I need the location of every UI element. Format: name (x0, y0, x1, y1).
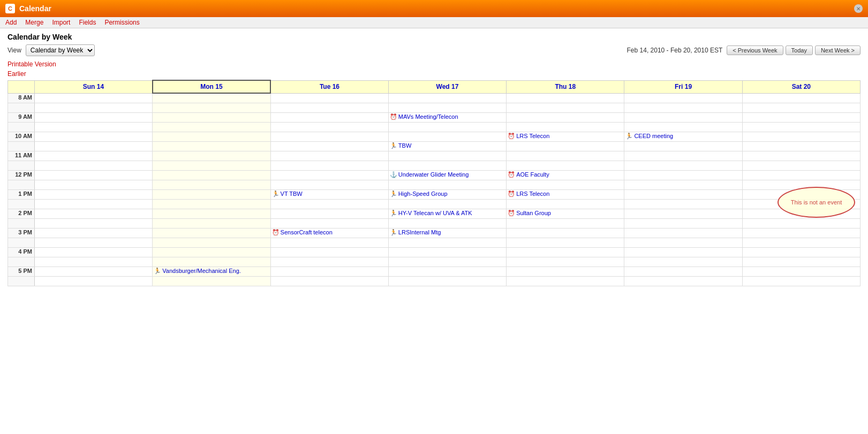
cell-thu-10am[interactable]: ⏰LRS Telecon (507, 132, 624, 141)
table-row: 3 PM ⏰SensorCraft telecon 🏃LRSInternal M… (8, 228, 861, 238)
day-header-mon: Mon 15 (153, 80, 270, 93)
table-row: 11 AM (8, 151, 861, 161)
day-link-wed[interactable]: Wed 17 (436, 83, 459, 90)
event-lrs-internal[interactable]: 🏃LRSInternal Mtg (390, 229, 505, 236)
menu-bar: Add Merge Import Fields Permissions (0, 17, 868, 28)
cell-tue-8am[interactable] (270, 93, 388, 103)
event-hy-v-telecan[interactable]: 🏃HY-V Telecan w/ UVA & ATK (390, 210, 505, 217)
calendar-icon: C (5, 4, 15, 13)
cell-tue-3pm[interactable]: ⏰SensorCraft telecon (270, 228, 388, 238)
table-row (8, 199, 861, 209)
day-link-tue[interactable]: Tue 16 (320, 83, 339, 90)
day-link-fri[interactable]: Fri 19 (675, 83, 692, 90)
day-link-sun[interactable]: Sun 14 (83, 83, 104, 90)
table-row: 4 PM (8, 247, 861, 257)
cell-wed-12pm[interactable]: ⚓Underwater Glider Meeting (388, 170, 506, 180)
event-ceed-meeting[interactable]: 🏃CEED meeting (625, 133, 741, 140)
next-week-button[interactable]: Next Week > (815, 45, 861, 55)
day-link-sat[interactable]: Sat 20 (792, 83, 811, 90)
cell-fri-10am[interactable]: 🏃CEED meeting (624, 132, 742, 141)
prev-week-button[interactable]: < Previous Week (727, 45, 783, 55)
today-button[interactable]: Today (786, 45, 813, 55)
earlier-link: Earlier (0, 69, 868, 80)
menu-add[interactable]: Add (5, 19, 17, 26)
page-title: Calendar by Week (7, 33, 861, 41)
time-label-10am: 10 AM (8, 132, 35, 141)
time-empty (8, 103, 35, 112)
table-row: 12 PM ⚓Underwater Glider Meeting ⏰AOE Fa… (8, 170, 861, 180)
menu-merge[interactable]: Merge (25, 19, 43, 26)
cell-wed-1pm[interactable]: 🏃High-Speed Group (388, 189, 506, 199)
day-header-tue: Tue 16 (270, 80, 388, 93)
cell-tue-1pm[interactable]: 🏃VT TBW (270, 189, 388, 199)
table-row: 5 PM 🏃Vandsburger/Mechanical Eng. (8, 267, 861, 276)
title-bar: C Calendar ✕ (0, 0, 868, 17)
event-sensorcraft-telecon[interactable]: ⏰SensorCraft telecon (272, 229, 387, 236)
printable-link: Printable Version (0, 58, 868, 69)
cell-mon-5pm[interactable]: 🏃Vandsburger/Mechanical Eng. (153, 267, 270, 276)
table-row: 2 PM 🏃HY-V Telecan w/ UVA & ATK ⏰Sultan … (8, 209, 861, 218)
event-lrs-telecon[interactable]: ⏰LRS Telecon (508, 133, 623, 140)
cell-wed-8am[interactable] (388, 93, 506, 103)
event-vandsburger[interactable]: 🏃Vandsburger/Mechanical Eng. (154, 268, 269, 275)
time-label-8am: 8 AM (8, 93, 35, 103)
table-row (8, 238, 861, 247)
day-header-wed: Wed 17 (388, 80, 506, 93)
table-row: 10 AM ⏰LRS Telecon 🏃CEED meeting (8, 132, 861, 141)
event-underwater-glider[interactable]: ⚓Underwater Glider Meeting (390, 171, 505, 178)
cell-wed-3pm[interactable]: 🏃LRSInternal Mtg (388, 228, 506, 238)
time-label-9am: 9 AM (8, 112, 35, 122)
event-sultan-group[interactable]: ⏰Sultan Group (508, 210, 623, 217)
day-link-thu[interactable]: Thu 18 (555, 83, 576, 90)
table-row (8, 180, 861, 189)
day-header-sat: Sat 20 (742, 80, 860, 93)
cell-wed-9am[interactable]: ⏰MAVs Meeting/Telecon (388, 112, 506, 122)
cell-fri-8am[interactable] (624, 93, 742, 103)
cell-thu-12pm[interactable]: ⏰AOE Faculty (507, 170, 624, 180)
day-link-mon[interactable]: Mon 15 (200, 83, 222, 90)
date-range: Feb 14, 2010 - Feb 20, 2010 EST (627, 47, 723, 54)
table-row: 9 AM ⏰MAVs Meeting/Telecon (8, 112, 861, 122)
table-row: 1 PM 🏃VT TBW 🏃High-Speed Group ⏰LRS Tele… (8, 189, 861, 199)
event-mavs-meeting[interactable]: ⏰MAVs Meeting/Telecon (390, 113, 505, 120)
table-row: 8 AM (8, 93, 861, 103)
cell-wed-2pm[interactable]: 🏃HY-V Telecan w/ UVA & ATK (388, 209, 506, 218)
close-button[interactable]: ✕ (854, 4, 863, 13)
printable-version-link[interactable]: Printable Version (7, 60, 56, 68)
menu-permissions[interactable]: Permissions (104, 19, 139, 26)
menu-import[interactable]: Import (52, 19, 70, 26)
app-title: Calendar (19, 4, 51, 13)
event-lrs-telecon2[interactable]: ⏰LRS Telecon (508, 191, 623, 197)
cell-thu-2pm[interactable]: ⏰Sultan Group (507, 209, 624, 218)
event-tbw[interactable]: 🏃TBW (390, 142, 505, 149)
time-label-4pm: 4 PM (8, 247, 35, 257)
event-high-speed-group[interactable]: 🏃High-Speed Group (390, 191, 505, 197)
view-select[interactable]: Calendar by Week (26, 44, 95, 56)
day-header-sun: Sun 14 (35, 80, 153, 93)
time-label-2pm: 2 PM (8, 209, 35, 218)
earlier-link-a[interactable]: Earlier (7, 70, 26, 78)
time-label-12pm: 12 PM (8, 170, 35, 180)
time-header-col (8, 80, 35, 93)
cell-wed-10-30[interactable]: 🏃TBW (388, 141, 506, 151)
time-label-5pm: 5 PM (8, 267, 35, 276)
table-row (8, 122, 861, 132)
calendar-table: Sun 14 Mon 15 Tue 16 Wed 17 Thu 18 Fri 1… (7, 80, 861, 286)
table-row (8, 103, 861, 112)
table-row (8, 276, 861, 286)
navigation-buttons: < Previous Week Today Next Week > (727, 45, 861, 55)
cell-sun-8am[interactable] (35, 93, 153, 103)
cell-thu-1pm[interactable]: ⏰LRS Telecon (507, 189, 624, 199)
table-row (8, 161, 861, 170)
header-section: Calendar by Week View Calendar by Week F… (0, 28, 868, 58)
event-aoe-faculty[interactable]: ⏰AOE Faculty (508, 171, 623, 178)
event-vt-tbw[interactable]: 🏃VT TBW (272, 191, 387, 197)
view-label: View (7, 47, 21, 54)
cell-thu-8am[interactable] (507, 93, 624, 103)
calendar-container: Sun 14 Mon 15 Tue 16 Wed 17 Thu 18 Fri 1… (0, 80, 868, 286)
time-label-1pm: 1 PM (8, 189, 35, 199)
menu-fields[interactable]: Fields (79, 19, 96, 26)
cell-mon-8am[interactable] (153, 93, 270, 103)
day-header-thu: Thu 18 (507, 80, 624, 93)
cell-sat-8am[interactable] (742, 93, 860, 103)
